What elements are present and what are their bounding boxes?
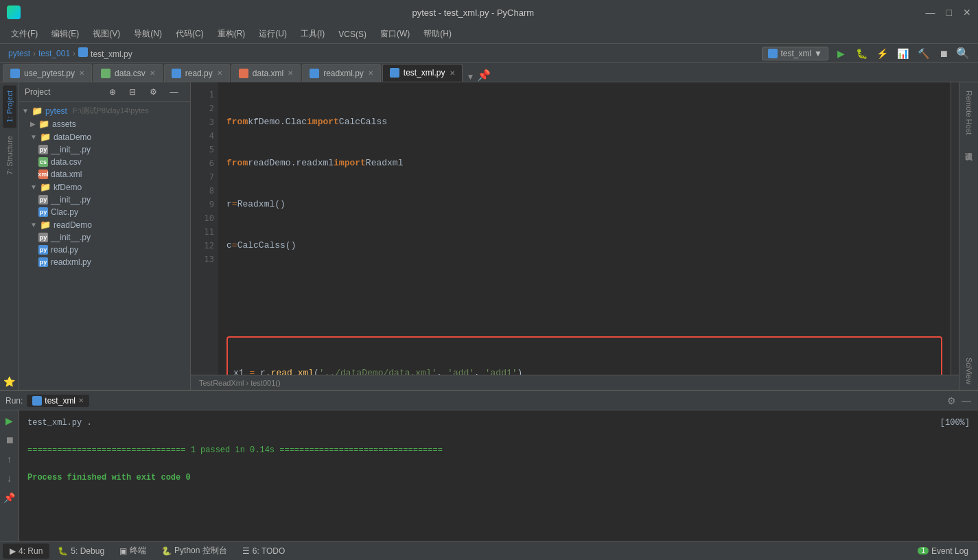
event-log-button[interactable]: 1 Event Log	[911, 544, 975, 559]
menu-item-u[interactable]: 运行(U)	[253, 27, 292, 41]
scroll-down-button[interactable]: ↓	[2, 471, 17, 486]
toolbar-tab-python-console[interactable]: 🐍 Python 控制台	[154, 542, 234, 559]
todo-icon: ☰	[242, 546, 250, 556]
run-output-console[interactable]: test_xml.py . [100%] ===================…	[19, 410, 978, 541]
tree-root-pytest[interactable]: ▼ 📁 pytest F:\测试P8\day14\pytes	[19, 104, 190, 117]
run-button[interactable]: ▶	[833, 45, 849, 62]
tab-close-use-pytest[interactable]: ✕	[79, 69, 84, 77]
tab-use-pytest[interactable]: use_pytest.py ✕	[3, 64, 92, 82]
tab-data-xml[interactable]: data.xml ✕	[231, 64, 301, 82]
menu-item-f[interactable]: 文件(F)	[5, 27, 43, 41]
file-icon-clac: py	[38, 207, 48, 217]
run-output-line-1: test_xml.py . [100%]	[27, 416, 970, 430]
tree-item-readxml[interactable]: py readxml.py	[19, 256, 190, 268]
gear-button[interactable]: ⚙	[148, 86, 165, 98]
tree-item-readdemo[interactable]: ▼ 📁 readDemo	[19, 218, 190, 231]
run-output-percent: [100%]	[940, 416, 970, 430]
tab-label-xml: data.xml	[253, 69, 283, 78]
run-tabs-bar: Run: test_xml ✕ ⚙ —	[0, 391, 978, 410]
pin-output-button[interactable]: 📌	[2, 490, 17, 505]
sciview-button[interactable]: SciView	[962, 352, 976, 390]
tree-item-init-datademo[interactable]: py __init__.py	[19, 143, 190, 156]
menu-item-w[interactable]: 窗口(W)	[375, 27, 415, 41]
menu-item-n[interactable]: 导航(N)	[128, 27, 167, 41]
tab-icon-read	[172, 69, 181, 78]
add-content-root-button[interactable]: ⊕	[108, 86, 124, 98]
scroll-up-button[interactable]: ↑	[2, 452, 17, 467]
file-tree: ▼ 📁 pytest F:\测试P8\day14\pytes ▶ 📁 asset…	[19, 102, 190, 390]
tree-item-init-kfdemo[interactable]: py __init__.py	[19, 194, 190, 206]
tab-read-py[interactable]: read.py ✕	[164, 64, 230, 82]
tree-item-init-readdemo[interactable]: py __init__.py	[19, 231, 190, 244]
terminal-icon: ▣	[119, 546, 127, 556]
remote-host-button[interactable]: Remote Host	[962, 85, 976, 140]
tab-data-csv[interactable]: data.csv ✕	[93, 64, 163, 82]
tree-item-kfdemo[interactable]: ▼ 📁 kfDemo	[19, 180, 190, 194]
tree-item-data-xml[interactable]: xml data.xml	[19, 168, 190, 180]
structure-tool-button[interactable]: 7: Structure	[3, 130, 16, 180]
menu-item-c[interactable]: 代码(C)	[170, 27, 209, 41]
run-with-coverage[interactable]: ⚡	[874, 45, 890, 62]
tab-readxml-py[interactable]: readxml.py ✕	[302, 64, 381, 82]
run-minimize-button[interactable]: —	[960, 394, 973, 408]
code-line-6: x1 = r.read_xml('../dataDemo/data.xml', …	[228, 366, 941, 375]
toolbar-tab-terminal[interactable]: ▣ 终端	[113, 542, 153, 559]
tab-close-read[interactable]: ✕	[217, 69, 222, 77]
tab-label-read: read.py	[185, 69, 213, 78]
file-icon-data-csv: cs	[38, 157, 48, 167]
breadcrumb-file: test_xml.py	[78, 47, 132, 59]
menu-item-h[interactable]: 帮助(H)	[418, 27, 457, 41]
tree-item-assets[interactable]: ▶ 📁 assets	[19, 117, 190, 130]
close-button[interactable]: ✕	[963, 7, 971, 18]
pin-tab-button[interactable]: 📌	[477, 69, 491, 82]
tree-item-datademo[interactable]: ▼ 📁 dataDemo	[19, 130, 190, 143]
run-tab-close[interactable]: ✕	[78, 397, 84, 404]
menu-item-v[interactable]: 视图(V)	[87, 27, 126, 41]
toolbar-tab-run[interactable]: ▶ 4: Run	[3, 544, 49, 559]
menu-item-vcss[interactable]: VCS(S)	[333, 28, 372, 40]
breadcrumb-pytest[interactable]: pytest	[8, 49, 30, 58]
build-button[interactable]: 🔨	[915, 45, 931, 62]
run-config-dropdown[interactable]: test_xml ▼	[762, 47, 828, 60]
tab-test-xml[interactable]: test_xml.py ✕	[382, 64, 463, 82]
bottom-panel: Run: test_xml ✕ ⚙ — ▶ ⏹ ↑ ↓ 📌	[0, 390, 978, 541]
folder-icon-readdemo: 📁	[40, 220, 51, 230]
tree-item-data-csv[interactable]: cs data.csv	[19, 156, 190, 168]
tab-close-xml[interactable]: ✕	[288, 69, 293, 77]
breadcrumb-test001[interactable]: test_001	[38, 49, 70, 58]
toolbar-tab-todo[interactable]: ☰ 6: TODO	[235, 544, 292, 559]
debug-button-right[interactable]: 次调试器	[961, 141, 977, 152]
run-tab-test-xml[interactable]: test_xml ✕	[27, 395, 89, 407]
tab-close-csv[interactable]: ✕	[150, 69, 155, 77]
stop-run-button[interactable]: ⏹	[2, 432, 17, 447]
collapse-all-button[interactable]: ⊟	[128, 86, 144, 98]
project-tool-button[interactable]: 1: Project	[3, 85, 16, 128]
event-log-area: 1 Event Log	[911, 544, 975, 559]
tree-item-read[interactable]: py read.py	[19, 244, 190, 256]
minimize-panel-button[interactable]: —	[168, 86, 185, 98]
debug-button[interactable]: 🐛	[853, 45, 870, 62]
folder-icon-kfdemo: 📁	[40, 182, 51, 192]
tab-close-readxml[interactable]: ✕	[368, 69, 373, 77]
menu-item-r[interactable]: 重构(R)	[212, 27, 251, 41]
menu-item-e[interactable]: 编辑(E)	[46, 27, 84, 41]
maximize-button[interactable]: □	[946, 7, 952, 18]
menu-item-i[interactable]: 工具(I)	[295, 27, 330, 41]
minimize-button[interactable]: —	[926, 7, 935, 18]
highlighted-block: x1 = r.read_xml('../dataDemo/data.xml', …	[226, 336, 942, 375]
stop-button[interactable]: ⏹	[935, 45, 952, 62]
favorites-tool-button[interactable]: ⭐	[3, 376, 15, 387]
tab-label-csv: data.csv	[115, 69, 145, 78]
search-everywhere-button[interactable]: 🔍	[956, 47, 970, 60]
more-tabs-button[interactable]: ▼	[467, 72, 475, 82]
run-settings-button[interactable]: ⚙	[946, 394, 957, 408]
tree-item-clac[interactable]: py Clac.py	[19, 206, 190, 218]
code-content[interactable]: from kfDemo.Clac import CalcCalss from r…	[218, 82, 951, 375]
tab-icon-xml	[239, 69, 248, 78]
rerun-button[interactable]: ▶	[2, 413, 17, 428]
breadcrumb-bar: pytest › test_001 › test_xml.py test_xml…	[0, 44, 978, 63]
toolbar-tab-debug[interactable]: 🐛 5: Debug	[51, 544, 111, 559]
code-editor[interactable]: 12345 678910 111213 from kfDemo.Clac imp…	[191, 82, 959, 375]
profiler-button[interactable]: 📊	[894, 45, 911, 62]
tab-close-test-xml[interactable]: ✕	[450, 69, 455, 77]
